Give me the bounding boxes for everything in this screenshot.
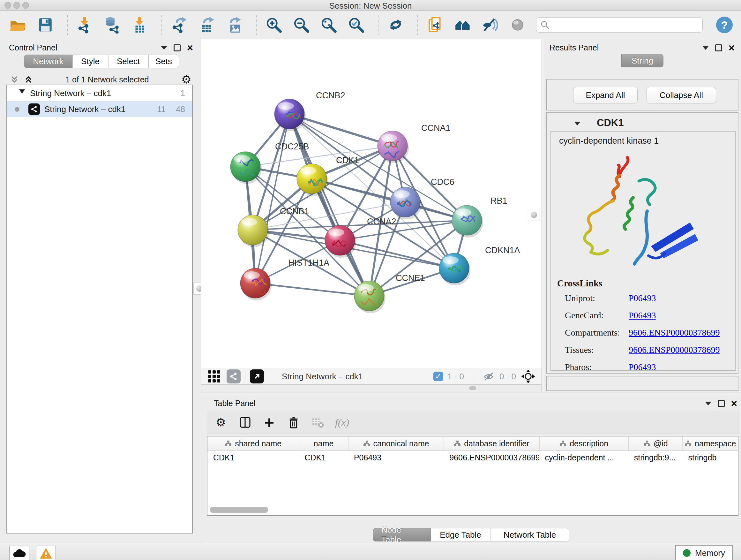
- export-table-button[interactable]: [198, 16, 216, 34]
- open-session-button[interactable]: [9, 16, 27, 34]
- collapse-all-button[interactable]: Collapse All: [647, 87, 716, 104]
- zoom-in-button[interactable]: [265, 16, 283, 34]
- genecard-link[interactable]: P06493: [629, 310, 735, 320]
- network-edge-CCNB2-HIST1H1A[interactable]: [255, 114, 289, 283]
- close-panel-icon[interactable]: ×: [187, 44, 193, 51]
- gear-icon[interactable]: ⚙: [181, 74, 192, 85]
- save-session-button[interactable]: [37, 16, 54, 34]
- help-button[interactable]: ?: [716, 17, 733, 33]
- node-label-RB1: RB1: [490, 196, 508, 206]
- zoom-selected-button[interactable]: [347, 16, 365, 34]
- delete-column-trash-icon[interactable]: [284, 414, 303, 431]
- column-header-name[interactable]: name: [299, 436, 348, 450]
- node-label-CCNB2: CCNB2: [316, 91, 345, 100]
- column-header-shared-name[interactable]: shared name: [207, 436, 299, 450]
- control-panel-tabs: Network Style Select Sets: [24, 55, 179, 68]
- float-panel-icon[interactable]: [174, 44, 181, 51]
- network-share-chip-icon[interactable]: [226, 369, 241, 383]
- panel-menu-icon[interactable]: [702, 46, 709, 50]
- cell-shared-name[interactable]: CDK1: [207, 451, 299, 464]
- tab-style[interactable]: Style: [72, 55, 108, 68]
- column-header-database-identifier[interactable]: database identifier: [444, 436, 539, 450]
- tab-edge-table[interactable]: Edge Table: [431, 528, 490, 542]
- string-home-button[interactable]: [454, 16, 472, 34]
- selected-checkbox-icon[interactable]: ✓: [433, 372, 443, 381]
- network-node-CCNA1[interactable]: CCNA1: [378, 123, 451, 163]
- memory-button[interactable]: Memory: [675, 545, 733, 560]
- network-node-CCNB2[interactable]: CCNB2: [274, 91, 345, 131]
- expand-all-networks-icon[interactable]: [10, 75, 19, 84]
- network-node-RB1[interactable]: RB1: [452, 196, 508, 238]
- float-panel-icon[interactable]: [718, 400, 725, 407]
- node-label-CCNB1: CCNB1: [280, 206, 309, 216]
- share-document-button[interactable]: [426, 16, 444, 34]
- warning-button[interactable]: [36, 546, 56, 560]
- column-header-namespace[interactable]: namespace: [682, 436, 738, 450]
- network-edge-CCNB2-CCNE1[interactable]: [289, 114, 369, 296]
- cloud-button[interactable]: [9, 546, 29, 560]
- horizontal-scrollbar-thumb[interactable]: [210, 507, 268, 513]
- tab-string[interactable]: String: [621, 54, 664, 67]
- table-settings-gear-icon[interactable]: ⚙: [212, 414, 230, 431]
- cell-canonical-name[interactable]: P06493: [348, 451, 444, 464]
- tab-node-table[interactable]: Node Table: [373, 528, 431, 542]
- show-columns-icon[interactable]: [236, 414, 254, 431]
- search-field[interactable]: [536, 17, 703, 33]
- network-collection-row[interactable]: String Network – cdk1 1: [7, 85, 192, 101]
- close-panel-icon[interactable]: ×: [729, 44, 735, 51]
- cell-description[interactable]: cyclin-dependent ...: [539, 451, 628, 464]
- show-results-button[interactable]: [509, 16, 527, 34]
- open-in-new-window-icon[interactable]: [250, 369, 264, 383]
- tab-select[interactable]: Select: [108, 55, 148, 68]
- tree-expander-icon[interactable]: [19, 89, 25, 97]
- cell-name[interactable]: CDK1: [299, 451, 348, 464]
- cell-namespace[interactable]: stringdb: [682, 451, 738, 464]
- close-panel-icon[interactable]: ×: [731, 400, 737, 407]
- network-node-CDKN1A[interactable]: CDKN1A: [439, 246, 520, 286]
- export-image-button[interactable]: [225, 16, 243, 34]
- import-network-from-database-button[interactable]: [104, 16, 121, 34]
- network-canvas[interactable]: CCNB2CCNA1CDC25BCDK1CDC6RB1CCNB1CCNA2CDK…: [201, 39, 542, 368]
- tab-network-table[interactable]: Network Table: [490, 528, 569, 542]
- zoom-out-button[interactable]: [292, 16, 310, 34]
- column-header-canonical-name[interactable]: canonical name: [348, 436, 444, 450]
- tab-network[interactable]: Network: [24, 55, 72, 68]
- panel-menu-icon[interactable]: [705, 401, 711, 406]
- network-edge-CDC25B-CCNA1[interactable]: [246, 146, 393, 167]
- float-panel-icon[interactable]: [715, 44, 722, 51]
- table-tabs: Node Table Edge Table Network Table: [201, 525, 741, 544]
- export-network-button[interactable]: [171, 16, 188, 34]
- splitter-grip-dot[interactable]: [469, 386, 476, 390]
- zoom-fit-button[interactable]: [320, 16, 338, 34]
- add-column-plus-icon[interactable]: +: [260, 414, 279, 431]
- network-graph[interactable]: CCNB2CCNA1CDC25BCDK1CDC6RB1CCNB1CCNA2CDK…: [201, 39, 542, 368]
- tissues-link[interactable]: 9606.ENSP00000378699: [629, 345, 735, 355]
- table-row[interactable]: CDK1 CDK1 P06493 9606.ENSP00000378699 cy…: [207, 451, 738, 464]
- network-row-selected[interactable]: String Network – cdk1 11 48: [7, 101, 192, 117]
- tab-sets[interactable]: Sets: [148, 55, 179, 68]
- splitter-handle-right[interactable]: [528, 209, 540, 221]
- network-edge-HIST1H1A-CCNE1[interactable]: [255, 283, 369, 296]
- collapse-all-networks-icon[interactable]: [23, 75, 33, 84]
- update-network-button[interactable]: [387, 16, 405, 34]
- table-panel: Table Panel × ⚙ + f(x) shared name name …: [201, 395, 741, 543]
- import-network-button[interactable]: [76, 16, 94, 34]
- import-table-button[interactable]: [131, 16, 149, 34]
- section-collapse-icon[interactable]: [574, 122, 581, 125]
- import-table-icon: [131, 16, 148, 34]
- crosshair-icon[interactable]: [521, 369, 536, 384]
- collection-count: 1: [181, 88, 185, 98]
- uniprot-link[interactable]: P06493: [629, 293, 735, 303]
- expand-all-button[interactable]: Expand All: [573, 87, 637, 104]
- export-table-icon: [198, 16, 215, 34]
- column-header-id[interactable]: @id: [628, 436, 683, 450]
- column-header-description[interactable]: description: [539, 436, 628, 450]
- cell-database-identifier[interactable]: 9606.ENSP00000378699: [444, 451, 539, 464]
- pharos-link[interactable]: P06493: [629, 362, 735, 372]
- search-input[interactable]: [552, 20, 694, 30]
- compartments-link[interactable]: 9606.ENSP00000378699: [629, 327, 735, 338]
- grid-view-icon[interactable]: [208, 370, 220, 382]
- hide-results-button[interactable]: [481, 16, 499, 34]
- cell-id[interactable]: stringdb:9...: [628, 451, 683, 464]
- panel-menu-icon[interactable]: [161, 46, 167, 50]
